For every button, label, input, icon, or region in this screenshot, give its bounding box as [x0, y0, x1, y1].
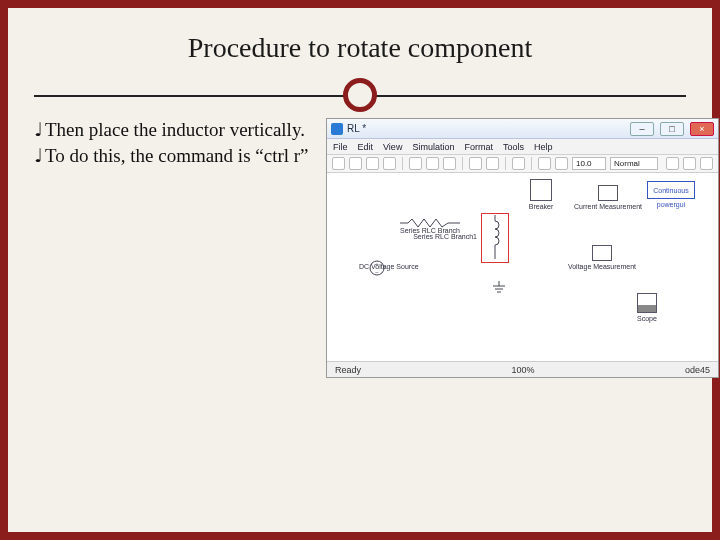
menu-file[interactable]: File — [333, 142, 348, 152]
block-label: Scope — [627, 315, 667, 322]
block-label: Current Measurement — [573, 203, 643, 210]
menu-view[interactable]: View — [383, 142, 402, 152]
slide: Procedure to rotate component ♩Then plac… — [0, 0, 720, 540]
run-icon[interactable] — [538, 157, 551, 170]
model-explorer-icon[interactable] — [683, 157, 696, 170]
toolbar-separator — [462, 157, 463, 170]
block-voltage-measurement[interactable]: Voltage Measurement — [563, 245, 641, 270]
ground-icon — [491, 281, 507, 295]
content-row: ♩Then place the inductor vertically. ♩To… — [34, 118, 686, 378]
bullet-icon: ♩ — [34, 145, 45, 166]
status-ready: Ready — [335, 365, 361, 375]
bullet-icon: ♩ — [34, 119, 45, 140]
undo-icon[interactable] — [469, 157, 482, 170]
toolbar-separator — [505, 157, 506, 170]
status-solver: ode45 — [685, 365, 710, 375]
copy-icon[interactable] — [426, 157, 439, 170]
block-label: DC Voltage Source — [359, 263, 419, 270]
block-label: Breaker — [519, 203, 563, 210]
block-series-rlc1[interactable]: Series RLC Branch1 — [477, 215, 513, 259]
sim-time-field[interactable]: 10.0 — [572, 157, 606, 170]
inductor-icon — [477, 215, 513, 259]
paste-icon[interactable] — [443, 157, 456, 170]
bullet-text: To do this, the command is “ctrl r” — [45, 145, 309, 166]
bullet-item: ♩Then place the inductor vertically. — [34, 118, 314, 142]
resistor-icon — [385, 219, 475, 227]
stop-icon[interactable] — [555, 157, 568, 170]
debug-icon[interactable] — [700, 157, 713, 170]
block-label: Series RLC Branch1 — [407, 233, 477, 240]
lib-browser-icon[interactable] — [666, 157, 679, 170]
model-canvas[interactable]: Breaker Current Measurement Continuous p… — [327, 173, 718, 361]
window-title: RL * — [347, 123, 624, 134]
scope-icon — [637, 293, 657, 313]
toolbar-separator — [531, 157, 532, 170]
block-powergui[interactable]: Continuous powergui — [643, 181, 699, 208]
simulink-window: RL * – □ × File Edit View Simulation For… — [326, 118, 719, 378]
menu-tools[interactable]: Tools — [503, 142, 524, 152]
menu-format[interactable]: Format — [464, 142, 493, 152]
slide-title: Procedure to rotate component — [34, 32, 686, 64]
block-ground[interactable] — [489, 281, 509, 296]
divider-ring-icon — [343, 78, 377, 112]
bullet-item: ♩To do this, the command is “ctrl r” — [34, 144, 314, 168]
save-icon[interactable] — [366, 157, 379, 170]
nav-up-icon[interactable] — [512, 157, 525, 170]
voltmeter-icon — [592, 245, 612, 261]
maximize-button[interactable]: □ — [660, 122, 684, 136]
close-button[interactable]: × — [690, 122, 714, 136]
minimize-button[interactable]: – — [630, 122, 654, 136]
sim-mode-select[interactable]: Normal — [610, 157, 658, 170]
block-current-measurement[interactable]: Current Measurement — [573, 185, 643, 210]
ammeter-icon — [598, 185, 618, 201]
open-icon[interactable] — [349, 157, 362, 170]
block-series-rlc[interactable]: Series RLC Branch — [385, 219, 475, 234]
menu-edit[interactable]: Edit — [358, 142, 374, 152]
breaker-icon — [530, 179, 552, 201]
cut-icon[interactable] — [409, 157, 422, 170]
powergui-icon: Continuous — [647, 181, 695, 199]
status-zoom: 100% — [511, 365, 534, 375]
redo-icon[interactable] — [486, 157, 499, 170]
block-label: powergui — [643, 201, 699, 208]
bullet-text: Then place the inductor vertically. — [45, 119, 305, 140]
block-scope[interactable]: Scope — [627, 293, 667, 322]
block-breaker[interactable]: Breaker — [519, 179, 563, 210]
menu-simulation[interactable]: Simulation — [412, 142, 454, 152]
block-label: Voltage Measurement — [563, 263, 641, 270]
block-dc-source[interactable]: +− DC Voltage Source — [337, 257, 417, 279]
print-icon[interactable] — [383, 157, 396, 170]
menu-help[interactable]: Help — [534, 142, 553, 152]
new-icon[interactable] — [332, 157, 345, 170]
status-bar: Ready 100% ode45 — [327, 361, 718, 377]
app-icon — [331, 123, 343, 135]
menu-bar[interactable]: File Edit View Simulation Format Tools H… — [327, 139, 718, 155]
title-divider — [34, 78, 686, 112]
toolbar[interactable]: 10.0 Normal — [327, 155, 718, 173]
bullet-list: ♩Then place the inductor vertically. ♩To… — [34, 118, 314, 170]
window-titlebar[interactable]: RL * – □ × — [327, 119, 718, 139]
toolbar-separator — [402, 157, 403, 170]
